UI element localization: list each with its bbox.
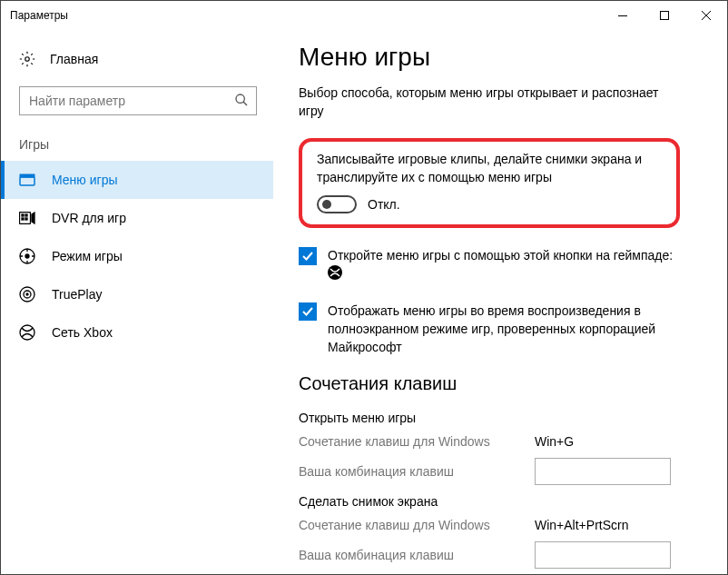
window-title: Параметры bbox=[10, 9, 602, 22]
svg-rect-6 bbox=[20, 174, 34, 177]
svg-rect-9 bbox=[25, 214, 27, 216]
shortcut-screenshot-win-label: Сочетание клавиш для Windows bbox=[299, 518, 535, 532]
toggle-label: Откл. bbox=[368, 197, 400, 212]
game-bar-icon bbox=[19, 173, 35, 186]
sidebar-item-label: Режим игры bbox=[52, 249, 123, 263]
xbox-network-icon bbox=[19, 324, 35, 341]
search-box[interactable] bbox=[19, 86, 257, 115]
shortcut-screenshot-user-label: Ваша комбинация клавиш bbox=[299, 548, 535, 562]
shortcut-screenshot-win-value: Win+Alt+PrtScrn bbox=[535, 518, 628, 532]
shortcut-screenshot-user-row: Ваша комбинация клавиш bbox=[299, 541, 705, 569]
sidebar-item-label: Сеть Xbox bbox=[52, 325, 113, 340]
svg-rect-10 bbox=[22, 218, 24, 220]
check1-text: Откройте меню игры с помощью этой кнопки… bbox=[328, 248, 673, 263]
checkbox-controller-label: Откройте меню игры с помощью этой кнопки… bbox=[328, 246, 680, 284]
shortcut-group-screenshot-title: Сделать снимок экрана bbox=[299, 494, 705, 509]
checkbox-fullscreen-label: Отображать меню игры во время воспроизве… bbox=[328, 302, 680, 357]
shortcut-open-user-input[interactable] bbox=[535, 458, 671, 485]
minimize-button[interactable] bbox=[602, 1, 644, 30]
title-bar: Параметры bbox=[1, 1, 727, 30]
sidebar-item-trueplay[interactable]: TruePlay bbox=[1, 275, 273, 313]
svg-rect-8 bbox=[22, 214, 24, 216]
svg-rect-5 bbox=[20, 177, 34, 185]
shortcut-screenshot-user-input[interactable] bbox=[535, 541, 671, 569]
trueplay-icon bbox=[19, 286, 35, 302]
sidebar-item-game-dvr[interactable]: DVR для игр bbox=[1, 199, 273, 237]
shortcut-open-user-row: Ваша комбинация клавиш bbox=[299, 458, 705, 485]
close-button[interactable] bbox=[685, 1, 727, 30]
search-container bbox=[1, 77, 273, 132]
search-icon bbox=[234, 93, 249, 111]
main-layout: Главная Игры Меню игры DVR для игр bbox=[1, 30, 727, 574]
checkbox-controller[interactable] bbox=[299, 247, 317, 265]
search-input[interactable] bbox=[20, 87, 256, 114]
shortcuts-title: Сочетания клавиш bbox=[299, 373, 705, 394]
svg-point-18 bbox=[328, 265, 342, 280]
game-bar-toggle[interactable] bbox=[317, 195, 357, 213]
svg-rect-0 bbox=[618, 15, 627, 16]
home-link[interactable]: Главная bbox=[1, 41, 273, 77]
gear-icon bbox=[19, 51, 35, 67]
page-subtitle: Выбор способа, которым меню игры открыва… bbox=[299, 84, 680, 120]
svg-point-3 bbox=[236, 94, 244, 103]
section-title: Игры bbox=[1, 132, 273, 161]
shortcut-screenshot-win-row: Сочетание клавиш для Windows Win+Alt+Prt… bbox=[299, 518, 705, 532]
page-title: Меню игры bbox=[299, 43, 705, 72]
sidebar-item-xbox-network[interactable]: Сеть Xbox bbox=[1, 313, 273, 352]
highlight-box: Записывайте игровые клипы, делайте снимк… bbox=[299, 138, 680, 228]
svg-rect-1 bbox=[661, 12, 669, 20]
sidebar-item-game-mode[interactable]: Режим игры bbox=[1, 237, 273, 275]
sidebar-item-label: Меню игры bbox=[52, 173, 118, 187]
toggle-knob bbox=[322, 200, 331, 209]
checkbox-fullscreen[interactable] bbox=[299, 302, 317, 321]
sidebar-item-game-bar[interactable]: Меню игры bbox=[1, 161, 273, 199]
content-area: Меню игры Выбор способа, которым меню иг… bbox=[273, 30, 727, 574]
sidebar: Главная Игры Меню игры DVR для игр bbox=[1, 30, 273, 574]
toggle-row: Откл. bbox=[317, 195, 662, 213]
highlight-text: Записывайте игровые клипы, делайте снимк… bbox=[317, 151, 662, 186]
sidebar-item-label: DVR для игр bbox=[52, 211, 126, 225]
svg-point-13 bbox=[25, 254, 29, 258]
shortcut-open-user-label: Ваша комбинация клавиш bbox=[299, 464, 535, 479]
shortcut-group-open-title: Открыть меню игры bbox=[299, 411, 705, 425]
xbox-icon bbox=[328, 265, 342, 284]
home-label: Главная bbox=[50, 52, 98, 66]
game-mode-icon bbox=[19, 248, 35, 264]
checkbox-row-controller: Откройте меню игры с помощью этой кнопки… bbox=[299, 246, 680, 284]
maximize-button[interactable] bbox=[644, 1, 685, 30]
svg-line-4 bbox=[243, 102, 247, 105]
checkbox-row-fullscreen: Отображать меню игры во время воспроизве… bbox=[299, 302, 680, 357]
svg-rect-11 bbox=[25, 218, 27, 220]
sidebar-item-label: TruePlay bbox=[52, 287, 103, 302]
svg-point-17 bbox=[20, 325, 34, 340]
dvr-icon bbox=[19, 212, 35, 224]
shortcut-open-win-value: Win+G bbox=[535, 434, 574, 449]
svg-point-16 bbox=[26, 293, 28, 295]
shortcut-open-win-row: Сочетание клавиш для Windows Win+G bbox=[299, 434, 705, 449]
svg-point-2 bbox=[25, 57, 30, 62]
shortcut-open-win-label: Сочетание клавиш для Windows bbox=[299, 434, 535, 449]
